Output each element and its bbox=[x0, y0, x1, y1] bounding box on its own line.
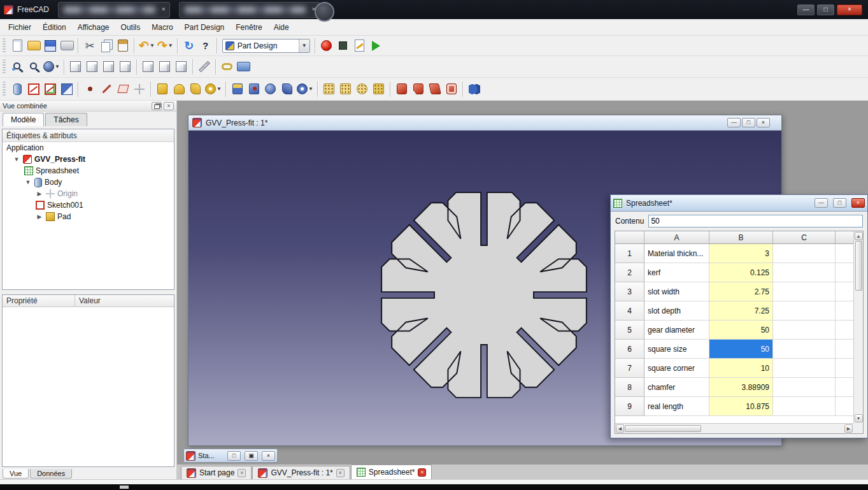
cell-c6[interactable] bbox=[773, 340, 836, 359]
column-header-a[interactable]: A bbox=[644, 231, 709, 244]
new-file-button[interactable] bbox=[9, 37, 25, 55]
chevron-down-icon[interactable]: ▼ bbox=[55, 64, 60, 69]
maximize-button[interactable]: □ bbox=[817, 4, 834, 15]
cell-a6[interactable]: square size bbox=[644, 340, 709, 359]
row-header[interactable]: 8 bbox=[615, 378, 644, 397]
spreadsheet-window-titlebar[interactable]: Spreadsheet* — □ × bbox=[611, 195, 867, 212]
row-header[interactable]: 1 bbox=[615, 244, 644, 263]
menu-item-part-design[interactable]: Part Design bbox=[179, 20, 231, 34]
chevron-down-icon[interactable]: ▼ bbox=[168, 43, 173, 48]
row-header[interactable]: 6 bbox=[615, 340, 644, 359]
pocket-button[interactable] bbox=[229, 80, 246, 98]
expander-closed-icon[interactable]: ▶ bbox=[36, 191, 43, 197]
paste-button[interactable] bbox=[115, 37, 131, 55]
draw-style-button[interactable]: ▼ bbox=[42, 58, 61, 76]
chamfer-button[interactable] bbox=[410, 80, 427, 98]
close-button[interactable]: × bbox=[262, 451, 275, 461]
copy-button[interactable] bbox=[98, 37, 115, 55]
cell-c8[interactable] bbox=[773, 378, 836, 397]
close-button[interactable]: × bbox=[757, 118, 770, 127]
cell-b4[interactable]: 7.25 bbox=[709, 301, 773, 321]
create-sketch-button[interactable] bbox=[25, 80, 42, 98]
cell-b6-selected[interactable]: 50 bbox=[709, 340, 773, 359]
scroll-up-icon[interactable]: ▲ bbox=[855, 232, 863, 240]
chevron-down-icon[interactable]: ▼ bbox=[308, 86, 313, 92]
cell-b3[interactable]: 2.75 bbox=[709, 282, 773, 301]
tab-vue[interactable]: Vue bbox=[3, 469, 29, 479]
create-body-button[interactable] bbox=[9, 80, 25, 98]
thickness-button[interactable] bbox=[443, 80, 460, 98]
cell-content-input[interactable] bbox=[648, 215, 863, 227]
close-panel-icon[interactable]: × bbox=[164, 102, 174, 110]
make-link-button[interactable] bbox=[219, 58, 236, 76]
document-window-titlebar[interactable]: GVV_Press-fit : 1* — □ × bbox=[189, 115, 781, 131]
fillet-button[interactable] bbox=[394, 80, 410, 98]
row-header[interactable]: 3 bbox=[615, 282, 644, 301]
toolbar-grip[interactable] bbox=[3, 59, 6, 75]
tab-gvv-press-fit[interactable]: GVV_Press-fit : 1* × bbox=[252, 466, 350, 479]
column-header-c[interactable]: C bbox=[773, 231, 836, 244]
scrollbar-thumb[interactable] bbox=[625, 425, 701, 432]
cell-b9[interactable]: 10.875 bbox=[709, 397, 773, 416]
datum-line-button[interactable] bbox=[98, 80, 115, 98]
additive-loft-button[interactable] bbox=[187, 80, 204, 98]
datum-plane-button[interactable] bbox=[115, 80, 131, 98]
scroll-down-icon[interactable]: ▼ bbox=[855, 414, 863, 422]
tab-start-page[interactable]: Start page × bbox=[181, 466, 252, 479]
print-button[interactable] bbox=[59, 37, 75, 55]
tree-item-application[interactable]: Application bbox=[3, 142, 174, 154]
subtractive-loft-button[interactable] bbox=[279, 80, 295, 98]
menu-item-macro[interactable]: Macro bbox=[146, 20, 178, 34]
close-tab-icon[interactable]: × bbox=[238, 469, 246, 477]
hole-button[interactable] bbox=[246, 80, 262, 98]
expander-closed-icon[interactable]: ▶ bbox=[36, 213, 43, 220]
subtractive-pipe-button[interactable]: ▼ bbox=[295, 80, 315, 98]
cell-b1[interactable]: 3 bbox=[709, 244, 773, 263]
workbench-selector[interactable]: Part Design ▼ bbox=[222, 39, 310, 53]
cell-a3[interactable]: slot width bbox=[644, 282, 709, 301]
column-header-b[interactable]: B bbox=[709, 231, 773, 244]
vertical-scrollbar[interactable]: ▲ ▼ bbox=[853, 231, 863, 423]
scroll-left-icon[interactable]: ◀ bbox=[616, 424, 624, 433]
cell-a7[interactable]: square corner bbox=[644, 359, 709, 378]
chevron-down-icon[interactable]: ▼ bbox=[299, 40, 309, 52]
tab-taches[interactable]: Tâches bbox=[45, 113, 87, 126]
cell-c5[interactable] bbox=[773, 321, 836, 340]
minimized-window[interactable]: Sta... □ ▣ × bbox=[183, 449, 278, 463]
menu-item-fenetre[interactable]: Fenêtre bbox=[230, 20, 267, 34]
row-header[interactable]: 5 bbox=[615, 321, 644, 340]
view-front-button[interactable] bbox=[84, 58, 101, 76]
multitransform-button[interactable] bbox=[371, 80, 387, 98]
map-sketch-button[interactable] bbox=[59, 80, 75, 98]
polar-pattern-button[interactable] bbox=[354, 80, 371, 98]
draft-button[interactable] bbox=[427, 80, 443, 98]
maximize-button[interactable]: □ bbox=[833, 198, 846, 208]
row-header[interactable]: 2 bbox=[615, 263, 644, 282]
groove-button[interactable] bbox=[262, 80, 279, 98]
menu-item-affichage[interactable]: Affichage bbox=[72, 20, 115, 34]
cell-b5[interactable]: 50 bbox=[709, 321, 773, 340]
restore-button[interactable]: □ bbox=[742, 118, 755, 127]
redo-button[interactable]: ↷▼ bbox=[156, 37, 174, 55]
cell-a4[interactable]: slot depth bbox=[644, 301, 709, 321]
tree-item-document[interactable]: ▼ GVV_Press-fit bbox=[3, 154, 174, 165]
cell-c1[interactable] bbox=[773, 244, 836, 263]
row-header[interactable]: 9 bbox=[615, 397, 644, 416]
fit-all-button[interactable] bbox=[9, 58, 25, 76]
press-fit-part[interactable] bbox=[360, 171, 608, 419]
save-button[interactable] bbox=[42, 37, 59, 55]
macro-stop-button[interactable] bbox=[335, 37, 352, 55]
row-header[interactable]: 7 bbox=[615, 359, 644, 378]
minimize-button[interactable]: — bbox=[727, 118, 741, 127]
cell-c4[interactable] bbox=[773, 301, 836, 321]
view-bottom-button[interactable] bbox=[157, 58, 173, 76]
cell-c3[interactable] bbox=[773, 282, 836, 301]
refresh-button[interactable]: ↻ bbox=[181, 37, 197, 55]
cell-c2[interactable] bbox=[773, 263, 836, 282]
scrollbar-thumb[interactable] bbox=[855, 241, 862, 291]
maximize-button[interactable]: ▣ bbox=[245, 451, 258, 461]
tree-item-body[interactable]: ▼ Body bbox=[3, 177, 174, 188]
tree-item-sketch001[interactable]: Sketch001 bbox=[3, 199, 174, 211]
cell-a8[interactable]: chamfer bbox=[644, 378, 709, 397]
close-button[interactable]: × bbox=[851, 198, 865, 208]
